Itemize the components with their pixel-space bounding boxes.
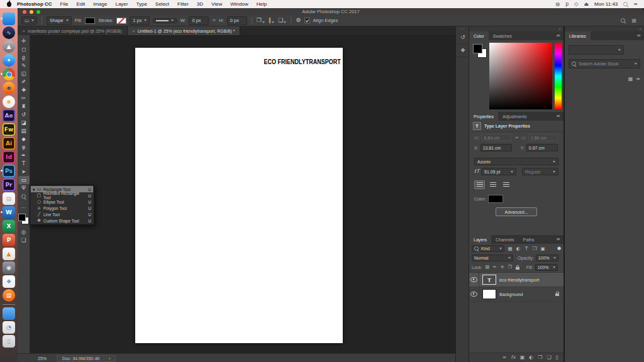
delete-layer-icon[interactable]: ▯ <box>556 355 558 360</box>
layers-tab-paths[interactable]: Paths <box>519 235 539 244</box>
type-x-field[interactable]: 13.81 cm <box>480 144 512 151</box>
panel-menu-icon[interactable]: ≡ <box>556 237 564 242</box>
edit-toolbar-button[interactable]: … <box>18 202 30 211</box>
align-edges-checkbox[interactable] <box>304 18 310 23</box>
dock-powerpoint[interactable]: P <box>3 234 15 246</box>
dock-excel[interactable]: X <box>3 220 15 233</box>
align-text-right-button[interactable] <box>501 180 511 189</box>
menu-help[interactable]: Help <box>257 1 267 7</box>
dock-chrome[interactable] <box>3 68 15 80</box>
panel-menu-icon[interactable]: ≡ <box>556 33 564 38</box>
apple-menu-icon[interactable] <box>7 2 11 7</box>
dock-illustrator[interactable]: Ai <box>3 137 15 150</box>
advanced-button[interactable]: Advanced... <box>496 207 537 216</box>
pen-tool[interactable]: ✒ <box>18 151 30 160</box>
menu-photoshop-cc[interactable]: Photoshop CC <box>17 1 52 7</box>
airplay-menu-icon[interactable]: ◇ <box>574 2 578 7</box>
shape-width-field[interactable]: 0 px <box>189 16 209 25</box>
foreground-color-swatch[interactable] <box>18 214 26 221</box>
shape-settings-gear-icon[interactable]: ⚙ <box>296 18 301 23</box>
stroke-color-swatch[interactable] <box>116 18 126 24</box>
menu-file[interactable]: File <box>60 1 69 7</box>
new-group-icon[interactable]: ❒ <box>538 355 542 360</box>
menu-3d[interactable]: 3D <box>197 1 203 7</box>
parallels-menu-icon[interactable]: p <box>565 2 569 7</box>
path-arrange-button[interactable]: ❏ <box>278 18 286 23</box>
shape-height-field[interactable]: 0 px <box>227 16 247 25</box>
rounded-rectangle-tool-item[interactable]: ▪▢Rounded Rectangle ToolU <box>31 192 93 199</box>
path-operations-button[interactable]: ❐ <box>257 18 265 23</box>
properties-tab-adjustments[interactable]: Adjustments <box>498 112 531 121</box>
document-canvas[interactable]: ECO FRIENDLYTRANSPORT <box>135 48 343 343</box>
add-layer-mask-icon[interactable]: ▣ <box>520 355 525 360</box>
fill-color-swatch[interactable] <box>85 18 95 24</box>
lock-transparency-button[interactable]: ▨ <box>484 265 491 270</box>
rectangle-tool[interactable]: ▭ <box>18 176 30 184</box>
new-layer-icon[interactable]: ❏ <box>547 355 551 360</box>
window-title-bar[interactable]: Adobe Photoshop CC 2017 <box>18 8 644 15</box>
dock-trash[interactable]: ▯ <box>3 335 15 348</box>
eject-menu-icon[interactable]: ⏏ <box>584 2 589 7</box>
color-foreground-swatch[interactable] <box>473 44 482 53</box>
lock-image-button[interactable]: ✏ <box>492 265 498 270</box>
fill-select[interactable]: 100% <box>535 264 558 271</box>
menu-edit[interactable]: Edit <box>76 1 85 7</box>
filter-adjustment-layers-button[interactable]: ◐ <box>514 245 522 252</box>
history-brush-tool[interactable]: ↺ <box>18 111 30 119</box>
lock-all-button[interactable] <box>514 265 521 270</box>
lock-position-button[interactable]: ✛ <box>499 265 506 270</box>
zoom-level-field[interactable]: 25% <box>38 356 47 361</box>
dock-word[interactable]: W <box>3 206 15 219</box>
dock-after-effects[interactable]: Ae <box>3 109 15 122</box>
eye-icon[interactable] <box>470 277 477 282</box>
custom-shape-tool-item[interactable]: ▪❋Custom Shape ToolU <box>31 217 93 224</box>
menu-layer[interactable]: Layer <box>115 1 128 7</box>
font-style-select[interactable]: Regular <box>522 168 558 175</box>
clone-stamp-tool[interactable]: ♜ <box>18 102 30 111</box>
collapse-panels-icon[interactable]: » <box>558 27 561 31</box>
type-tool[interactable]: T <box>18 160 30 168</box>
doc-tab-manifesto[interactable]: × manifesto poster compleye.psd @ 25% (R… <box>18 26 128 35</box>
screen-mode-button[interactable]: ❏ <box>18 236 30 244</box>
menu-window[interactable]: Window <box>230 1 248 7</box>
filter-type-layers-button[interactable]: T <box>523 245 530 252</box>
history-panel-button[interactable]: ↺ <box>456 31 470 44</box>
dock-siri[interactable]: ∿ <box>3 26 15 39</box>
image-layer-thumbnail[interactable] <box>482 289 496 299</box>
text-color-swatch[interactable] <box>488 195 503 203</box>
filter-pixel-layers-button[interactable]: ▦ <box>506 245 514 252</box>
panel-menu-icon[interactable]: ≡ <box>556 114 564 119</box>
tool-preset-picker[interactable]: ▭ <box>21 16 37 25</box>
dock-photo-booth[interactable]: ◉ <box>3 261 15 274</box>
dock-browser-window[interactable]: ◔ <box>3 321 15 334</box>
close-tab-icon[interactable]: × <box>133 29 135 33</box>
menu-type[interactable]: Type <box>136 1 147 7</box>
rectangular-marquee-tool[interactable]: ◻ <box>18 45 30 53</box>
layers-tab-layers[interactable]: Layers <box>469 235 491 244</box>
quick-selection-tool[interactable]: ✎ <box>18 62 30 70</box>
menu-filter[interactable]: Filter <box>177 1 189 7</box>
blur-tool[interactable]: ◆ <box>18 135 30 143</box>
font-family-select[interactable]: Azonix <box>474 158 558 165</box>
dock-photos[interactable]: ❀ <box>3 96 15 108</box>
filter-smart-objects-button[interactable]: ▣ <box>539 245 547 252</box>
screen-share-menu-icon[interactable]: ◍ <box>555 2 560 7</box>
move-tool[interactable]: ✛ <box>18 37 30 45</box>
layers-filter-kind-select[interactable]: Kind <box>472 245 504 252</box>
dock-safari[interactable]: ✦ <box>3 54 15 67</box>
filter-shape-layers-button[interactable]: ❒ <box>531 245 538 252</box>
dock-premiere[interactable]: Pr <box>3 178 15 191</box>
align-text-left-button[interactable] <box>474 180 485 189</box>
document-info-box[interactable]: Doc: 34.9M/350.4K › <box>57 355 116 362</box>
dock-firefox[interactable]: ꙩ <box>3 82 15 94</box>
dock-fireworks[interactable]: Fw <box>3 123 15 136</box>
properties-tab-properties[interactable]: Properties <box>469 112 498 121</box>
panel-grip-icon[interactable]: ‥ <box>456 26 469 31</box>
line-tool-item[interactable]: ▪╱Line ToolU <box>31 211 93 217</box>
path-selection-tool[interactable]: ➤ <box>18 168 30 176</box>
saturation-brightness-field[interactable] <box>489 43 552 109</box>
layers-tab-channels[interactable]: Channels <box>491 235 519 244</box>
link-dimensions-icon[interactable]: ∞ <box>212 18 216 23</box>
doc-tab-untitled[interactable]: × Untitled-1 @ 25% (eco friendlytranspor… <box>128 26 241 35</box>
text-layer-thumbnail[interactable]: T <box>482 275 496 285</box>
